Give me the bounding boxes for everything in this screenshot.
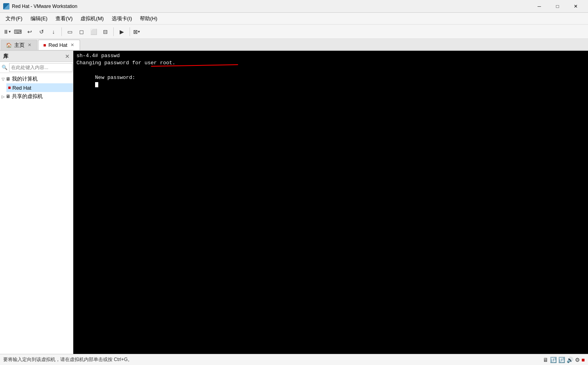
menu-bar: 文件(F) 编辑(E) 查看(V) 虚拟机(M) 选项卡(I) 帮助(H) xyxy=(0,13,588,25)
app-icon xyxy=(3,3,10,10)
status-bar: 要将输入定向到该虚拟机，请在虚拟机内部单击或按 Ctrl+G。 🖥 🔃 🔃 🔊 … xyxy=(0,354,588,365)
menu-file[interactable]: 文件(F) xyxy=(2,13,27,24)
menu-edit[interactable]: 编辑(E) xyxy=(27,13,52,24)
menu-view[interactable]: 查看(V) xyxy=(52,13,76,24)
dropdown-arrow-icon: ▾ xyxy=(9,29,11,34)
tab-home[interactable]: 🏠 主页 ✕ xyxy=(1,40,37,50)
title-bar-left: Red Hat - VMware Workstation xyxy=(3,3,77,10)
fit-guest-button[interactable]: ⬜ xyxy=(88,26,99,37)
status-icon-redhat[interactable]: ■ xyxy=(582,357,585,363)
terminal-line-0: sh-4.4# passwd xyxy=(76,52,585,60)
tree-item-shared-vms-label: 共享的虚拟机 xyxy=(12,93,43,100)
suspend-button[interactable]: ↺ xyxy=(36,26,47,37)
fit-guest-icon: ⬜ xyxy=(90,29,97,35)
send-ctrl-alt-del-button[interactable]: ⌨ xyxy=(12,26,23,37)
sidebar-close-icon[interactable]: ✕ xyxy=(65,53,70,60)
search-icon: 🔍 xyxy=(2,65,8,70)
expand-icon: ▽ xyxy=(2,77,5,81)
revert-icon: ↩ xyxy=(27,29,32,35)
console-button[interactable]: ▶ xyxy=(116,26,127,37)
status-bar-right: 🖥 🔃 🔃 🔊 ⚙ ■ xyxy=(543,357,585,363)
shared-computer-icon: 🖥 xyxy=(6,94,10,99)
terminal-area[interactable]: sh-4.4# passwd Changing password for use… xyxy=(73,51,588,354)
autofit-button[interactable]: ⊟ xyxy=(100,26,111,37)
status-icon-sound[interactable]: 🔊 xyxy=(567,357,573,363)
sidebar-tree: ▽ 🖥 我的计算机 ■ Red Hat ▷ 🖥 共享的虚拟机 xyxy=(0,73,73,354)
menu-vm[interactable]: 虚拟机(M) xyxy=(76,13,108,24)
redhat-icon: ■ xyxy=(8,85,11,90)
unity-icon: ◻ xyxy=(79,29,84,35)
tree-item-redhat-label: Red Hat xyxy=(12,85,31,91)
minimize-button[interactable]: ─ xyxy=(530,0,548,13)
separator-3 xyxy=(130,27,130,36)
separator-1 xyxy=(61,27,62,36)
maximize-button[interactable]: □ xyxy=(548,0,567,13)
tab-bar: 🏠 主页 ✕ ■ Red Hat ✕ xyxy=(0,39,588,51)
sidebar: 库 ✕ 🔍 ▼ ▽ 🖥 我的计算机 ■ Red Hat ▷ 🖥 xyxy=(0,51,73,354)
computer-icon: 🖥 xyxy=(6,76,10,82)
separator-2 xyxy=(113,27,114,36)
title-bar: Red Hat - VMware Workstation ─ □ ✕ xyxy=(0,0,588,13)
home-icon: 🏠 xyxy=(6,42,12,48)
console-icon: ▶ xyxy=(120,29,124,35)
sidebar-search: 🔍 ▼ xyxy=(0,62,73,73)
view-dropdown-arrow-icon: ▾ xyxy=(138,29,140,34)
status-message: 要将输入定向到该虚拟机，请在虚拟机内部单击或按 Ctrl+G。 xyxy=(3,356,132,363)
shared-expand-icon: ▷ xyxy=(2,94,5,99)
tree-item-my-computer[interactable]: ▽ 🖥 我的计算机 xyxy=(0,75,73,83)
tab-home-label: 主页 xyxy=(14,42,25,49)
view-toggle-button[interactable]: ⊠ ▾ xyxy=(132,26,141,37)
pause-button[interactable]: ⏸ ▾ xyxy=(2,26,11,37)
tree-item-my-computer-label: 我的计算机 xyxy=(12,75,38,83)
sidebar-header: 库 ✕ xyxy=(0,51,73,62)
pause-icon: ⏸ xyxy=(3,29,9,35)
window-controls: ─ □ ✕ xyxy=(530,0,585,13)
tab-home-close-icon[interactable]: ✕ xyxy=(27,42,32,48)
suspend-icon: ↺ xyxy=(39,29,44,35)
fullscreen-icon: ▭ xyxy=(67,29,73,35)
menu-help[interactable]: 帮助(H) xyxy=(136,13,161,24)
unity-button[interactable]: ◻ xyxy=(76,26,87,37)
status-icon-monitor[interactable]: 🖥 xyxy=(543,357,548,363)
tree-item-redhat[interactable]: ■ Red Hat xyxy=(6,83,73,92)
status-icon-usb[interactable]: 🔃 xyxy=(558,357,565,363)
keyboard-icon: ⌨ xyxy=(14,29,22,35)
tab-redhat-close-icon[interactable]: ✕ xyxy=(70,42,75,48)
close-button[interactable]: ✕ xyxy=(567,0,585,13)
menu-tab[interactable]: 选项卡(I) xyxy=(108,13,136,24)
status-icon-network[interactable]: 🔃 xyxy=(550,357,557,363)
autofit-icon: ⊟ xyxy=(103,29,108,35)
terminal-line-2: New password: xyxy=(76,67,585,96)
toolbar: ⏸ ▾ ⌨ ↩ ↺ ↓ ▭ ◻ ⬜ ⊟ ▶ ⊠ ▾ xyxy=(0,25,588,39)
redhat-tab-icon: ■ xyxy=(43,42,46,48)
sidebar-title: 库 xyxy=(3,53,8,60)
terminal-cursor xyxy=(95,82,98,87)
main-area: 库 ✕ 🔍 ▼ ▽ 🖥 我的计算机 ■ Red Hat ▷ 🖥 xyxy=(0,51,588,354)
tree-item-shared-vms[interactable]: ▷ 🖥 共享的虚拟机 xyxy=(0,92,73,101)
tab-redhat[interactable]: ■ Red Hat ✕ xyxy=(38,40,80,50)
poweroff-icon: ↓ xyxy=(52,29,55,35)
fullscreen-button[interactable]: ▭ xyxy=(64,26,75,37)
revert-button[interactable]: ↩ xyxy=(24,26,35,37)
window-title: Red Hat - VMware Workstation xyxy=(12,4,77,9)
terminal-new-password-label: New password: xyxy=(95,75,135,81)
poweroff-button[interactable]: ↓ xyxy=(48,26,59,37)
status-icon-settings[interactable]: ⚙ xyxy=(575,357,580,363)
search-input[interactable] xyxy=(9,63,73,72)
tab-redhat-label: Red Hat xyxy=(48,42,67,48)
view-toggle-icon: ⊠ xyxy=(133,29,138,35)
